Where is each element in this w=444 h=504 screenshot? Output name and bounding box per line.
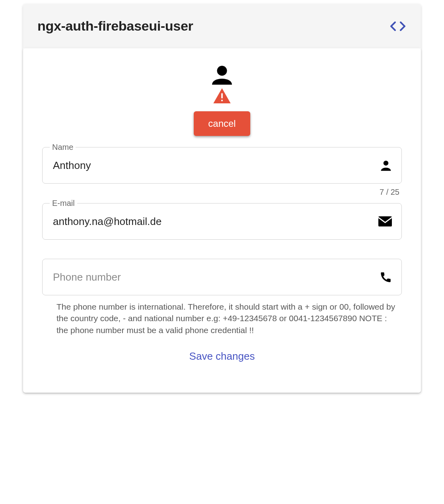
demo-title: ngx-auth-firebaseui-user — [37, 18, 193, 34]
user-profile-card: cancel Name 7 / 25 E-mail — [23, 48, 421, 393]
view-code-button[interactable] — [389, 21, 407, 32]
phone-field[interactable] — [42, 259, 402, 295]
svg-rect-2 — [221, 100, 223, 101]
demo-header: ngx-auth-firebaseui-user — [23, 4, 421, 48]
person-icon — [380, 160, 392, 171]
email-label: E-mail — [50, 199, 77, 208]
email-field[interactable]: E-mail — [42, 203, 402, 240]
phone-hint: The phone number is international. There… — [56, 301, 402, 336]
warning-icon — [213, 88, 231, 103]
email-icon — [378, 216, 392, 227]
email-field-wrap: E-mail — [42, 203, 402, 240]
phone-icon — [380, 271, 392, 283]
component-demo-card: ngx-auth-firebaseui-user cancel — [23, 4, 421, 393]
avatar-person-icon — [210, 64, 234, 85]
svg-rect-4 — [378, 216, 392, 227]
save-button[interactable]: Save changes — [184, 347, 261, 366]
name-field[interactable]: Name — [42, 147, 402, 184]
phone-field-wrap: The phone number is international. There… — [42, 259, 402, 336]
name-input[interactable] — [52, 159, 380, 172]
phone-input[interactable] — [52, 271, 380, 284]
cancel-button[interactable]: cancel — [194, 111, 250, 136]
svg-point-3 — [384, 161, 389, 166]
code-icon — [389, 21, 407, 32]
svg-rect-1 — [221, 93, 223, 99]
name-char-counter: 7 / 25 — [42, 188, 399, 197]
save-row: Save changes — [42, 347, 402, 366]
svg-point-0 — [217, 66, 227, 76]
avatar-block: cancel — [42, 64, 402, 136]
name-label: Name — [50, 143, 76, 152]
name-field-wrap: Name 7 / 25 — [42, 147, 402, 197]
email-input[interactable] — [52, 215, 378, 228]
